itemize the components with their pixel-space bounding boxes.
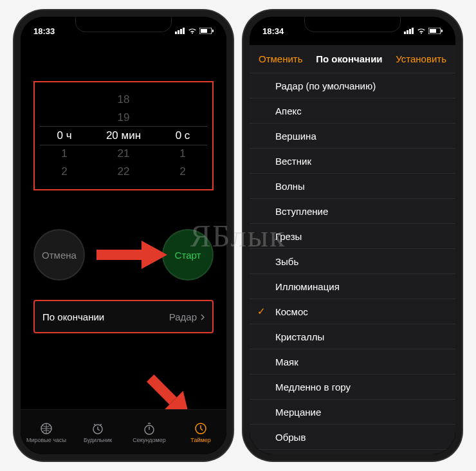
nav-set-button[interactable]: Установить bbox=[396, 53, 446, 64]
sound-item[interactable]: Вестник bbox=[250, 149, 455, 174]
nav-title: По окончании bbox=[316, 53, 382, 64]
svg-rect-15 bbox=[404, 32, 406, 34]
notch bbox=[75, 17, 172, 32]
sound-item-label: Космос bbox=[275, 306, 308, 317]
sound-item-label: Мерцание bbox=[275, 407, 321, 418]
picker-row: 19 bbox=[118, 109, 130, 127]
picker-row-selected: 20 bbox=[106, 129, 118, 142]
sound-item[interactable]: Вершина bbox=[250, 124, 455, 149]
sound-item[interactable]: Иллюминация bbox=[250, 274, 455, 299]
svg-rect-17 bbox=[409, 29, 411, 34]
start-button[interactable]: Старт bbox=[162, 229, 214, 281]
picker-row: 21 bbox=[118, 145, 130, 163]
sound-item-label: Вступление bbox=[275, 206, 328, 217]
picker-seconds-column[interactable]: 0 с 1 2 bbox=[153, 82, 212, 189]
notch bbox=[304, 17, 401, 32]
wifi-icon bbox=[417, 28, 426, 34]
sound-item[interactable]: ✓Космос bbox=[250, 299, 455, 324]
sound-item-label: Обрыв bbox=[275, 432, 306, 443]
svg-rect-21 bbox=[441, 30, 443, 32]
tabbar: Мировые часы Будильник Секундомер Таймер bbox=[21, 409, 226, 454]
picker-row-selected: 0 bbox=[57, 129, 62, 142]
picker-hours-column[interactable]: 0 ч 1 2 bbox=[35, 82, 94, 189]
globe-icon bbox=[39, 421, 53, 436]
nav-cancel-button[interactable]: Отменить bbox=[259, 53, 303, 64]
sound-item[interactable]: Мерцание bbox=[250, 400, 455, 425]
tab-label: Будильник bbox=[84, 437, 112, 443]
sound-item-label: Апекс bbox=[275, 106, 302, 116]
picker-row-selected: 0 bbox=[176, 129, 181, 142]
sound-item[interactable]: Вступление bbox=[250, 199, 455, 224]
sound-item-label: Грезы bbox=[275, 231, 302, 242]
button-row: Отмена Старт bbox=[33, 229, 214, 281]
svg-rect-1 bbox=[178, 30, 179, 34]
tab-timer[interactable]: Таймер bbox=[175, 410, 226, 454]
sound-item-label: Радар (по умолчанию) bbox=[275, 80, 376, 91]
when-ends-value: Радар bbox=[169, 311, 205, 322]
picker-unit-hours: ч bbox=[66, 129, 72, 142]
sound-item-label: Иллюминация bbox=[275, 281, 340, 292]
timer-picker[interactable]: 0 ч 1 2 18 19 20 мин 21 22 0 с 1 2 bbox=[33, 81, 214, 190]
sound-item-label: Волны bbox=[275, 181, 305, 192]
picker-row: 2 bbox=[179, 163, 185, 181]
sound-item-label: Вестник bbox=[275, 156, 311, 167]
svg-rect-2 bbox=[180, 29, 182, 34]
timer-icon bbox=[194, 421, 208, 436]
svg-rect-20 bbox=[430, 29, 436, 33]
battery-icon bbox=[428, 28, 443, 34]
when-ends-label: По окончании bbox=[42, 311, 104, 322]
sound-item-label: Вершина bbox=[275, 131, 316, 142]
sound-item[interactable]: Медленно в гору bbox=[250, 374, 455, 400]
chevron-right-icon bbox=[201, 311, 205, 322]
tab-label: Мировые часы bbox=[26, 437, 66, 443]
picker-row: 1 bbox=[179, 145, 185, 163]
phone-left: 18:33 0 ч 1 bbox=[14, 10, 233, 461]
sound-item[interactable]: Волны bbox=[250, 174, 455, 199]
sound-item-label: Зыбь bbox=[275, 256, 298, 267]
stopwatch-icon bbox=[142, 421, 156, 436]
tab-stopwatch[interactable]: Секундомер bbox=[124, 410, 175, 454]
svg-rect-18 bbox=[412, 28, 414, 34]
sound-item-label: Маяк bbox=[275, 356, 298, 367]
picker-row: 18 bbox=[118, 91, 130, 109]
picker-minutes-column[interactable]: 18 19 20 мин 21 22 bbox=[94, 82, 153, 189]
phone-right: 18:34 Отменить По окончании Установить Р… bbox=[243, 10, 462, 461]
wifi-icon bbox=[188, 28, 197, 34]
sound-item[interactable]: Маяк bbox=[250, 349, 455, 374]
svg-rect-16 bbox=[407, 30, 408, 34]
svg-rect-6 bbox=[212, 30, 214, 32]
sound-item[interactable]: Отражение bbox=[250, 450, 455, 454]
alarm-icon bbox=[91, 421, 105, 436]
screen-timer: 18:33 0 ч 1 bbox=[21, 17, 226, 454]
sound-item[interactable]: Радар (по умолчанию) bbox=[250, 73, 455, 98]
svg-rect-3 bbox=[183, 28, 185, 34]
status-time: 18:33 bbox=[33, 26, 55, 36]
picker-row: 1 bbox=[61, 145, 67, 163]
tab-label: Секундомер bbox=[133, 437, 165, 443]
cancel-button[interactable]: Отмена bbox=[33, 229, 85, 281]
svg-rect-0 bbox=[175, 32, 177, 34]
status-time: 18:34 bbox=[262, 26, 284, 36]
tab-world-clock[interactable]: Мировые часы bbox=[21, 410, 72, 454]
sound-item[interactable]: Кристаллы bbox=[250, 324, 455, 349]
sound-list[interactable]: Радар (по умолчанию)АпексВершинаВестникВ… bbox=[250, 73, 455, 454]
sound-item[interactable]: Зыбь bbox=[250, 249, 455, 274]
sound-item-label: Кристаллы bbox=[275, 331, 324, 342]
start-button-label: Старт bbox=[175, 250, 201, 261]
sound-item[interactable]: Грезы bbox=[250, 224, 455, 249]
screen-sound-picker: 18:34 Отменить По окончании Установить Р… bbox=[250, 17, 455, 454]
sound-item-label: Медленно в гору bbox=[275, 382, 351, 392]
status-icons bbox=[404, 28, 443, 34]
picker-row: 2 bbox=[61, 163, 67, 181]
picker-row: 22 bbox=[118, 163, 130, 181]
check-icon: ✓ bbox=[257, 306, 266, 317]
tab-alarm[interactable]: Будильник bbox=[72, 410, 124, 454]
when-ends-value-text: Радар bbox=[169, 311, 197, 322]
sound-item[interactable]: Обрыв bbox=[250, 425, 455, 450]
navbar: Отменить По окончании Установить bbox=[250, 45, 455, 73]
battery-icon bbox=[199, 28, 214, 34]
signal-icon bbox=[175, 28, 185, 34]
svg-rect-9 bbox=[147, 374, 177, 405]
when-timer-ends-row[interactable]: По окончании Радар bbox=[33, 300, 214, 333]
sound-item[interactable]: Апекс bbox=[250, 98, 455, 124]
